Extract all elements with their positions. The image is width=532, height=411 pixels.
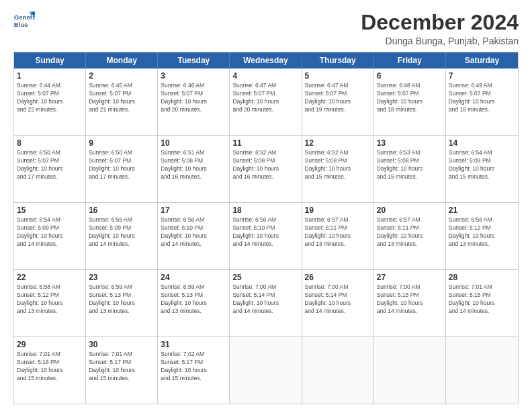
calendar-day-cell: 3Sunrise: 6:46 AMSunset: 5:07 PMDaylight… [158, 68, 230, 135]
day-number: 6 [377, 71, 443, 81]
calendar-day-cell: 4Sunrise: 6:47 AMSunset: 5:07 PMDaylight… [230, 68, 302, 135]
calendar-week-row: 1Sunrise: 6:44 AMSunset: 5:07 PMDaylight… [14, 68, 518, 136]
calendar-day-cell [446, 337, 518, 404]
calendar-day-cell: 14Sunrise: 6:54 AMSunset: 5:09 PMDayligh… [446, 136, 518, 202]
day-info: Sunrise: 6:58 AMSunset: 5:12 PMDaylight:… [449, 216, 515, 248]
calendar-week-row: 22Sunrise: 6:58 AMSunset: 5:12 PMDayligh… [14, 270, 518, 337]
calendar-day-cell: 5Sunrise: 6:47 AMSunset: 5:07 PMDaylight… [302, 68, 374, 135]
day-of-week-header: Saturday [446, 52, 518, 68]
calendar-week-row: 15Sunrise: 6:54 AMSunset: 5:09 PMDayligh… [14, 203, 518, 270]
main-title: December 2024 [361, 11, 519, 34]
day-info: Sunrise: 7:00 AMSunset: 5:15 PMDaylight:… [377, 283, 443, 316]
logo-icon: General Blue [13, 11, 35, 32]
day-number: 7 [449, 71, 515, 81]
day-number: 1 [17, 71, 83, 81]
calendar-day-cell: 24Sunrise: 6:59 AMSunset: 5:13 PMDayligh… [158, 270, 230, 336]
calendar-day-cell: 8Sunrise: 6:50 AMSunset: 5:07 PMDaylight… [14, 136, 86, 202]
day-number: 4 [232, 71, 298, 81]
day-info: Sunrise: 6:56 AMSunset: 5:10 PMDaylight:… [232, 216, 298, 248]
day-info: Sunrise: 6:50 AMSunset: 5:07 PMDaylight:… [89, 149, 154, 181]
calendar-day-cell: 17Sunrise: 6:56 AMSunset: 5:10 PMDayligh… [158, 203, 230, 269]
title-block: December 2024 Dunga Bunga, Punjab, Pakis… [361, 11, 519, 46]
day-number: 26 [305, 272, 371, 283]
day-info: Sunrise: 6:56 AMSunset: 5:10 PMDaylight:… [161, 216, 226, 248]
day-number: 2 [89, 71, 154, 81]
day-number: 3 [161, 71, 226, 81]
day-info: Sunrise: 7:00 AMSunset: 5:14 PMDaylight:… [232, 283, 298, 316]
calendar-day-cell: 26Sunrise: 7:00 AMSunset: 5:14 PMDayligh… [302, 270, 374, 336]
day-info: Sunrise: 6:47 AMSunset: 5:07 PMDaylight:… [305, 82, 371, 114]
day-number: 16 [89, 205, 154, 216]
day-info: Sunrise: 6:45 AMSunset: 5:07 PMDaylight:… [89, 82, 154, 114]
day-number: 23 [89, 272, 154, 283]
header: General Blue December 2024 Dunga Bunga, … [13, 11, 519, 46]
day-info: Sunrise: 6:55 AMSunset: 5:09 PMDaylight:… [89, 216, 154, 248]
subtitle: Dunga Bunga, Punjab, Pakistan [361, 36, 519, 46]
day-info: Sunrise: 6:51 AMSunset: 5:08 PMDaylight:… [161, 149, 226, 181]
day-info: Sunrise: 6:59 AMSunset: 5:13 PMDaylight:… [161, 283, 226, 316]
calendar-day-cell [230, 337, 302, 404]
calendar-day-cell: 29Sunrise: 7:01 AMSunset: 5:16 PMDayligh… [14, 337, 86, 404]
calendar-day-cell: 27Sunrise: 7:00 AMSunset: 5:15 PMDayligh… [374, 270, 446, 336]
calendar-day-cell: 2Sunrise: 6:45 AMSunset: 5:07 PMDaylight… [86, 68, 158, 135]
page: General Blue December 2024 Dunga Bunga, … [0, 0, 532, 411]
calendar-day-cell: 16Sunrise: 6:55 AMSunset: 5:09 PMDayligh… [86, 203, 158, 269]
day-of-week-header: Monday [86, 52, 158, 68]
calendar-day-cell: 7Sunrise: 6:49 AMSunset: 5:07 PMDaylight… [446, 68, 518, 135]
calendar-day-cell: 21Sunrise: 6:58 AMSunset: 5:12 PMDayligh… [446, 203, 518, 269]
day-number: 14 [449, 138, 515, 148]
day-info: Sunrise: 6:46 AMSunset: 5:07 PMDaylight:… [161, 82, 226, 114]
day-info: Sunrise: 6:52 AMSunset: 5:08 PMDaylight:… [305, 149, 371, 181]
day-info: Sunrise: 6:57 AMSunset: 5:11 PMDaylight:… [305, 216, 371, 248]
calendar-day-cell: 12Sunrise: 6:52 AMSunset: 5:08 PMDayligh… [302, 136, 374, 202]
calendar-day-cell [302, 337, 374, 404]
calendar: SundayMondayTuesdayWednesdayThursdayFrid… [13, 52, 519, 404]
calendar-week-row: 8Sunrise: 6:50 AMSunset: 5:07 PMDaylight… [14, 136, 518, 203]
day-info: Sunrise: 6:47 AMSunset: 5:07 PMDaylight:… [232, 82, 298, 114]
day-info: Sunrise: 6:48 AMSunset: 5:07 PMDaylight:… [377, 82, 443, 114]
day-number: 20 [377, 205, 443, 216]
calendar-day-cell: 31Sunrise: 7:02 AMSunset: 5:17 PMDayligh… [158, 337, 230, 404]
day-number: 24 [161, 272, 226, 283]
calendar-header: SundayMondayTuesdayWednesdayThursdayFrid… [14, 52, 518, 68]
calendar-day-cell: 18Sunrise: 6:56 AMSunset: 5:10 PMDayligh… [230, 203, 302, 269]
day-number: 13 [377, 138, 443, 148]
day-info: Sunrise: 6:52 AMSunset: 5:08 PMDaylight:… [232, 149, 298, 181]
day-number: 27 [377, 272, 443, 283]
day-number: 25 [232, 272, 298, 283]
day-number: 31 [161, 339, 226, 350]
calendar-day-cell: 23Sunrise: 6:59 AMSunset: 5:13 PMDayligh… [86, 270, 158, 336]
day-info: Sunrise: 6:50 AMSunset: 5:07 PMDaylight:… [17, 149, 83, 181]
calendar-day-cell: 13Sunrise: 6:53 AMSunset: 5:08 PMDayligh… [374, 136, 446, 202]
day-number: 9 [89, 138, 154, 148]
calendar-day-cell: 30Sunrise: 7:01 AMSunset: 5:17 PMDayligh… [86, 337, 158, 404]
day-of-week-header: Tuesday [158, 52, 230, 68]
day-info: Sunrise: 7:00 AMSunset: 5:14 PMDaylight:… [305, 283, 371, 316]
day-of-week-header: Friday [374, 52, 446, 68]
day-number: 11 [232, 138, 298, 148]
day-info: Sunrise: 7:01 AMSunset: 5:15 PMDaylight:… [449, 283, 515, 316]
day-number: 8 [17, 138, 83, 148]
calendar-day-cell: 1Sunrise: 6:44 AMSunset: 5:07 PMDaylight… [14, 68, 86, 135]
day-of-week-header: Wednesday [230, 52, 302, 68]
day-number: 18 [232, 205, 298, 216]
day-number: 15 [17, 205, 83, 216]
calendar-week-row: 29Sunrise: 7:01 AMSunset: 5:16 PMDayligh… [14, 337, 518, 404]
calendar-day-cell: 11Sunrise: 6:52 AMSunset: 5:08 PMDayligh… [230, 136, 302, 202]
day-info: Sunrise: 7:01 AMSunset: 5:16 PMDaylight:… [17, 351, 83, 383]
day-number: 22 [17, 272, 83, 283]
day-number: 5 [305, 71, 371, 81]
logo: General Blue [13, 11, 35, 32]
svg-text:Blue: Blue [14, 21, 28, 28]
day-number: 28 [449, 272, 515, 283]
day-of-week-header: Thursday [302, 52, 374, 68]
day-info: Sunrise: 6:49 AMSunset: 5:07 PMDaylight:… [449, 82, 515, 114]
day-number: 12 [305, 138, 371, 148]
calendar-day-cell: 22Sunrise: 6:58 AMSunset: 5:12 PMDayligh… [14, 270, 86, 336]
calendar-day-cell: 28Sunrise: 7:01 AMSunset: 5:15 PMDayligh… [446, 270, 518, 336]
day-number: 19 [305, 205, 371, 216]
day-number: 30 [89, 339, 154, 350]
calendar-body: 1Sunrise: 6:44 AMSunset: 5:07 PMDaylight… [14, 68, 518, 404]
day-info: Sunrise: 6:54 AMSunset: 5:09 PMDaylight:… [449, 149, 515, 181]
calendar-day-cell: 6Sunrise: 6:48 AMSunset: 5:07 PMDaylight… [374, 68, 446, 135]
